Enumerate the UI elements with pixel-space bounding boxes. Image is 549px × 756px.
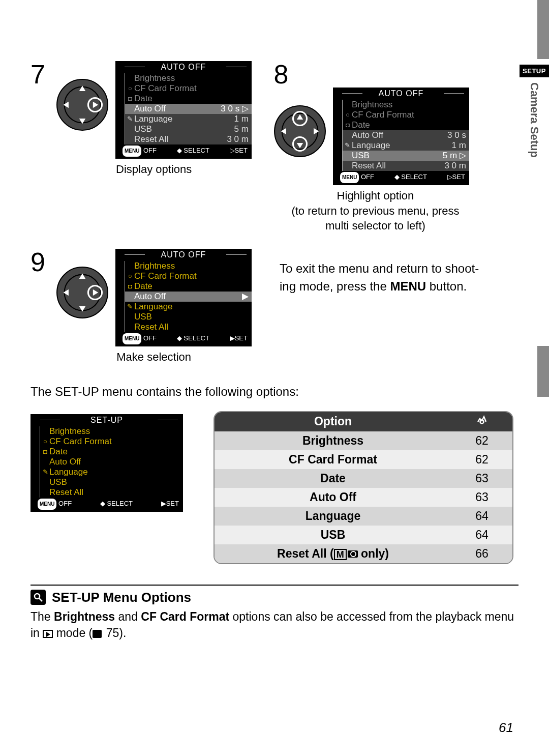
screen-items: Brightness○CF Card Format◘DateAuto Off3 … xyxy=(125,73,252,144)
note-title: SET-UP Menu Options xyxy=(52,590,191,605)
screen-items: Brightness○CF Card Format◘DateAuto Off3 … xyxy=(342,100,469,171)
page-ref-icon xyxy=(93,630,102,638)
note-body: The Brightness and CF Card Format option… xyxy=(30,608,518,641)
screen-title: AUTO OFF xyxy=(333,89,469,99)
lcd-screen-setup: SET-UP Brightness○CF Card Format◘DateAut… xyxy=(30,414,183,512)
note-icon xyxy=(30,590,46,605)
svg-line-24 xyxy=(39,598,42,601)
options-table: Option Brightness62CF Card Format62Date6… xyxy=(214,411,513,564)
lcd-screen: AUTO OFF Brightness○CF Card Format◘DateA… xyxy=(115,249,252,346)
page-number: 61 xyxy=(499,720,513,736)
dpad-icon xyxy=(273,105,326,158)
screen-footer: MENU OFF ◆ SELECT ▶SET xyxy=(30,498,183,511)
screen-items: Brightness○CF Card Format◘DateAuto Off▶✎… xyxy=(125,261,252,332)
step-caption: Highlight option (to return to previous … xyxy=(253,188,497,234)
step-8: 8 AUTO OFF Brig xyxy=(273,61,507,234)
lcd-screen: AUTO OFF Brightness○CF Card Format◘DateA… xyxy=(115,61,252,159)
note-heading: SET-UP Menu Options xyxy=(30,585,518,605)
screen-title: SET-UP xyxy=(30,415,183,425)
screen-footer: MENU OFF ◆ SELECT ▷SET xyxy=(115,144,252,158)
screen-title: AUTO OFF xyxy=(115,250,252,260)
step-number: 7 xyxy=(30,61,54,88)
intro-text: The SET-UP menu contains the following o… xyxy=(30,383,518,401)
svg-point-22 xyxy=(480,420,484,423)
header-option: Option xyxy=(215,412,451,431)
screen-title: AUTO OFF xyxy=(115,62,252,72)
screen-items: Brightness○CF Card Format◘DateAuto Off✎L… xyxy=(40,426,183,498)
step-9: 9 AUTO O xyxy=(30,249,264,365)
step-number: 8 xyxy=(273,61,297,88)
note-section: SET-UP Menu Options The Brightness and C… xyxy=(30,585,518,641)
table-body: Brightness62CF Card Format62Date63Auto O… xyxy=(215,431,512,563)
lcd-screen: AUTO OFF Brightness○CF Card Format◘DateA… xyxy=(333,88,469,185)
svg-point-23 xyxy=(35,594,40,599)
step-number: 9 xyxy=(30,249,54,275)
exit-instruction: To exit the menu and return to shoot- in… xyxy=(280,260,518,296)
step-caption: Make selection xyxy=(56,350,251,365)
table-header: Option xyxy=(215,412,512,431)
screen-footer: MENU OFF ◆ SELECT ▶SET xyxy=(115,332,252,345)
step-7: 7 AUTO OFF Brightness○CF Car xyxy=(30,61,264,177)
dpad-icon xyxy=(56,266,109,319)
playback-icon xyxy=(43,630,53,638)
header-page-icon xyxy=(451,412,512,431)
step-caption: Display options xyxy=(56,162,251,177)
dpad-icon xyxy=(56,78,109,131)
screen-footer: MENU OFF ◆ SELECT ▷SET xyxy=(333,171,469,184)
